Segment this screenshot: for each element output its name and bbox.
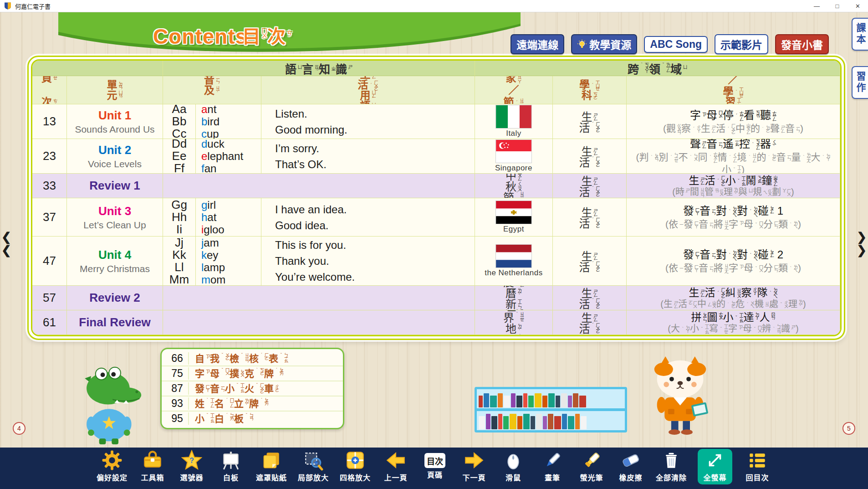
toolbox-icon: [142, 450, 163, 471]
appendix-page-number: 66: [166, 352, 189, 365]
row-subject: 生ㄕㄥ活ㄏㄨㄛˊ: [553, 104, 627, 139]
toolbar-next-page-button[interactable]: 下一頁: [460, 450, 488, 483]
book-spine: [543, 416, 547, 429]
titlebar: 何嘉仁電子書 —□✕: [0, 0, 868, 12]
top-button-label: 教學資源: [589, 36, 631, 52]
prev-page-icon: [385, 450, 406, 471]
toolbar-gear-button[interactable]: 偏好設定: [97, 450, 128, 483]
pen-icon: [542, 450, 563, 471]
dog-mascot: [646, 355, 715, 438]
prev-page-arrow[interactable]: ❮❮: [1, 232, 11, 256]
whiteboard-icon: [220, 450, 241, 471]
maximize-icon[interactable]: □: [827, 0, 848, 12]
gear-icon: [102, 450, 123, 471]
book-spine: [581, 416, 587, 429]
row-page-number[interactable]: 57: [32, 286, 67, 310]
toolbar-page-number-button[interactable]: 目次頁碼: [421, 450, 449, 480]
toolbar-mouse-button[interactable]: 滑鼠: [499, 450, 527, 483]
row-country: Italy: [475, 104, 553, 139]
row-country: Singapore: [475, 139, 553, 174]
toolbar-clear-all-button[interactable]: 全部清除: [656, 450, 687, 483]
row-unit-cell[interactable]: Unit 4Merry Christmas: [67, 237, 163, 286]
appendix-item[interactable]: 87發ㄈㄚ音ㄧㄣ小ㄒㄧㄠˇ火ㄏㄨㄛˇ車ㄔㄜ: [162, 381, 343, 396]
toolbar-prev-page-button[interactable]: 上一頁: [382, 450, 410, 483]
window-controls: —□✕: [807, 0, 868, 12]
top-button-1[interactable]: 遠端連線: [511, 34, 564, 54]
row-review-cell[interactable]: Review 1: [67, 174, 163, 198]
book-spine: [516, 396, 522, 407]
unit-subtitle: Merry Christmas: [80, 263, 150, 274]
row-page-number[interactable]: 61: [32, 310, 67, 335]
top-button-2[interactable]: 教學資源: [571, 34, 637, 54]
country-label: Italy: [506, 129, 521, 138]
lightbulb-icon: [577, 39, 587, 49]
top-button-label: ABC Song: [650, 38, 702, 51]
toolbar-fullscreen-button[interactable]: 全螢幕: [698, 449, 732, 484]
appendix-list: 66自ㄗˋ我ㄨㄛˇ檢ㄐㄧㄢˇ核ㄏㄜˊ表ㄅㄧㄠˇ75字ㄗˋ母ㄇㄨˇ撲ㄆㄨ克ㄎㄜˋ牌…: [160, 348, 344, 429]
top-button-5[interactable]: 發音小書: [775, 34, 829, 54]
row-page-number[interactable]: 13: [32, 104, 67, 139]
top-button-row: 遠端連線教學資源ABC Song示範影片發音小書: [511, 34, 829, 54]
row-review-cell[interactable]: Final Review: [67, 310, 163, 335]
row-page-number[interactable]: 23: [32, 139, 67, 174]
row-phrases: Listen.Good morning.: [261, 104, 475, 139]
book-spine: [504, 396, 510, 407]
side-tab-1[interactable]: 課本: [852, 18, 868, 51]
toolbar-toolbox-button[interactable]: 工具箱: [138, 450, 167, 483]
row-country: the Netherlands: [475, 237, 553, 286]
book-spine: [523, 414, 530, 429]
toolbar-whiteboard-button[interactable]: 白板: [217, 450, 245, 483]
top-button-3[interactable]: ABC Song: [644, 36, 708, 53]
book-spine: [573, 393, 578, 407]
top-button-4[interactable]: 示範影片: [715, 34, 768, 54]
col-header-2: 單ㄉㄢ元ㄩㄢˊ: [67, 76, 163, 104]
row-unit-cell[interactable]: Unit 2Voice Levels: [67, 139, 163, 174]
row-words: antbirdcup: [196, 104, 261, 139]
country-label: Egypt: [503, 225, 524, 234]
top-button-label: 發音小書: [781, 36, 823, 52]
book-spine: [562, 414, 567, 429]
toolbar-label: 偏好設定: [97, 472, 128, 483]
row-review-cell[interactable]: Review 2: [67, 286, 163, 310]
toolbar-star-picker-button[interactable]: ?選號器: [178, 450, 206, 483]
row-unit-cell[interactable]: Unit 1Sounds Around Us: [67, 104, 163, 139]
toolbar-highlighter-button[interactable]: 螢光筆: [577, 450, 606, 483]
appendix-label: 發ㄈㄚ音ㄧㄣ小ㄒㄧㄠˇ火ㄏㄨㄛˇ車ㄔㄜ: [195, 383, 279, 394]
toolbar-pen-button[interactable]: 畫筆: [538, 450, 567, 483]
col-header-7: 活ㄏㄨㄛˊ動ㄉㄨㄥˋ／學ㄒㄩㄝˊ習ㄒㄧˊ策ㄘㄜˋ略ㄌㄩㄝˋ: [627, 76, 840, 104]
book-spine: [528, 396, 534, 407]
next-page-icon: [464, 450, 485, 471]
toolbar-zoom-area-button[interactable]: 局部放大: [298, 450, 329, 483]
row-activity: 生ㄕㄥ活ㄏㄨㄛˊ小ㄒㄧㄠˇ鬧ㄋㄠˋ鐘ㄓㄨㄥ(時ㄕˊ間ㄐㄧㄢ管ㄍㄨㄢˇ理ㄌㄧˇ與ㄩ…: [627, 174, 840, 198]
row-words: jamkeylampmom: [196, 237, 261, 286]
row-page-number[interactable]: 33: [32, 174, 67, 198]
toolbar-quad-zoom-button[interactable]: 四格放大: [340, 450, 371, 483]
row-page-number[interactable]: 37: [32, 198, 67, 237]
side-tab-2[interactable]: 習作: [852, 66, 868, 99]
book-spine: [556, 396, 560, 407]
row-unit-cell[interactable]: Unit 3Let’s Clean Up: [67, 198, 163, 237]
toolbar-label: 全部清除: [656, 472, 687, 483]
col-header-6: 學ㄒㄩㄝˊ科ㄎㄜ: [553, 76, 627, 104]
row-page-number[interactable]: 47: [32, 237, 67, 286]
row-subject: 生ㄕㄥ活ㄏㄨㄛˊ: [553, 237, 627, 286]
close-icon[interactable]: ✕: [848, 0, 868, 12]
toolbar-label: 白板: [223, 472, 239, 483]
toolbar-eraser-button[interactable]: 橡皮擦: [617, 450, 645, 483]
appendix-item[interactable]: 66自ㄗˋ我ㄨㄛˇ檢ㄐㄧㄢˇ核ㄏㄜˊ表ㄅㄧㄠˇ: [162, 351, 343, 366]
appendix-item[interactable]: 75字ㄗˋ母ㄇㄨˇ撲ㄆㄨ克ㄎㄜˋ牌ㄆㄞˊ: [162, 366, 343, 381]
egypt-flag-icon: [495, 201, 532, 224]
toolbar-sticker-button[interactable]: 遮罩貼紙: [256, 450, 287, 483]
book-spine: [498, 393, 503, 407]
toolbar-label: 局部放大: [298, 472, 329, 483]
book-spine: [568, 396, 572, 407]
row-phrases: I have an idea.Good idea.: [261, 198, 475, 237]
minimize-icon[interactable]: —: [807, 0, 827, 12]
appendix-item[interactable]: 95小ㄒㄧㄠˇ白ㄅㄞˊ板ㄅㄢˇ: [162, 412, 343, 426]
netherlands-flag-icon: [495, 244, 532, 268]
book-spine: [535, 393, 541, 407]
appendix-page-number: 95: [166, 412, 189, 425]
next-page-arrow[interactable]: ❯❯: [857, 232, 867, 256]
appendix-item[interactable]: 93姓ㄒㄧㄥˋ名ㄇㄧㄥˊ立ㄌㄧˋ牌ㄆㄞˊ: [162, 396, 343, 412]
toolbar-toc-button[interactable]: 回目次: [743, 450, 771, 483]
